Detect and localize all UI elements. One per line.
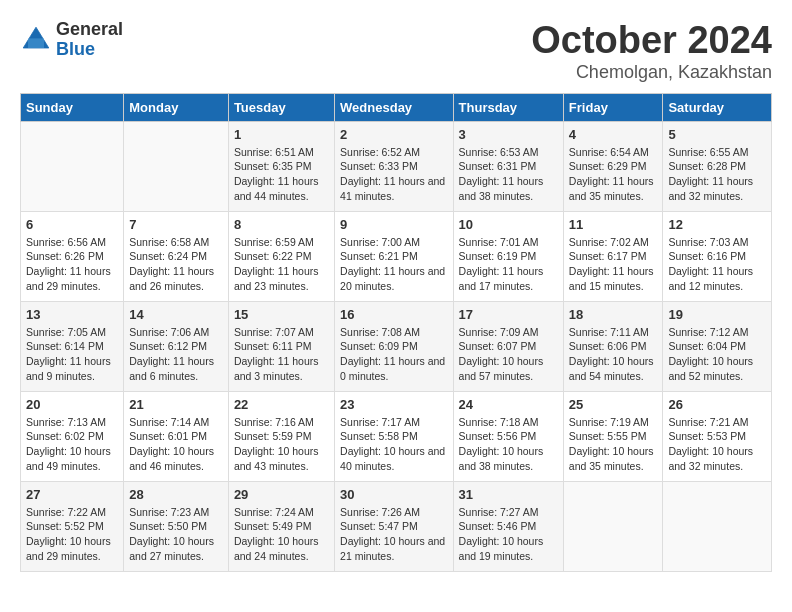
- day-info: Sunrise: 7:17 AMSunset: 5:58 PMDaylight:…: [340, 415, 447, 474]
- day-info: Sunrise: 7:14 AMSunset: 6:01 PMDaylight:…: [129, 415, 223, 474]
- day-cell: 10Sunrise: 7:01 AMSunset: 6:19 PMDayligh…: [453, 211, 563, 301]
- day-number: 8: [234, 217, 329, 232]
- day-info: Sunrise: 7:19 AMSunset: 5:55 PMDaylight:…: [569, 415, 658, 474]
- day-number: 20: [26, 397, 118, 412]
- day-cell: 12Sunrise: 7:03 AMSunset: 6:16 PMDayligh…: [663, 211, 772, 301]
- day-number: 2: [340, 127, 447, 142]
- day-info: Sunrise: 6:52 AMSunset: 6:33 PMDaylight:…: [340, 145, 447, 204]
- day-cell: 3Sunrise: 6:53 AMSunset: 6:31 PMDaylight…: [453, 121, 563, 211]
- logo-text: General Blue: [56, 20, 123, 60]
- calendar-table: SundayMondayTuesdayWednesdayThursdayFrid…: [20, 93, 772, 572]
- day-cell: [663, 481, 772, 571]
- day-info: Sunrise: 7:06 AMSunset: 6:12 PMDaylight:…: [129, 325, 223, 384]
- day-cell: 4Sunrise: 6:54 AMSunset: 6:29 PMDaylight…: [563, 121, 663, 211]
- day-cell: 22Sunrise: 7:16 AMSunset: 5:59 PMDayligh…: [228, 391, 334, 481]
- day-info: Sunrise: 7:27 AMSunset: 5:46 PMDaylight:…: [459, 505, 558, 564]
- logo: General Blue: [20, 20, 123, 60]
- week-row-2: 6Sunrise: 6:56 AMSunset: 6:26 PMDaylight…: [21, 211, 772, 301]
- day-info: Sunrise: 7:00 AMSunset: 6:21 PMDaylight:…: [340, 235, 447, 294]
- day-info: Sunrise: 7:03 AMSunset: 6:16 PMDaylight:…: [668, 235, 766, 294]
- day-info: Sunrise: 6:54 AMSunset: 6:29 PMDaylight:…: [569, 145, 658, 204]
- day-number: 6: [26, 217, 118, 232]
- day-number: 19: [668, 307, 766, 322]
- header-day-thursday: Thursday: [453, 93, 563, 121]
- location: Chemolgan, Kazakhstan: [531, 62, 772, 83]
- day-cell: 13Sunrise: 7:05 AMSunset: 6:14 PMDayligh…: [21, 301, 124, 391]
- day-cell: 2Sunrise: 6:52 AMSunset: 6:33 PMDaylight…: [335, 121, 453, 211]
- day-info: Sunrise: 7:07 AMSunset: 6:11 PMDaylight:…: [234, 325, 329, 384]
- day-info: Sunrise: 7:24 AMSunset: 5:49 PMDaylight:…: [234, 505, 329, 564]
- header-day-tuesday: Tuesday: [228, 93, 334, 121]
- day-number: 29: [234, 487, 329, 502]
- day-number: 21: [129, 397, 223, 412]
- page-header: General Blue October 2024 Chemolgan, Kaz…: [20, 20, 772, 83]
- day-number: 17: [459, 307, 558, 322]
- day-cell: 28Sunrise: 7:23 AMSunset: 5:50 PMDayligh…: [124, 481, 229, 571]
- day-number: 25: [569, 397, 658, 412]
- day-cell: [21, 121, 124, 211]
- calendar-body: 1Sunrise: 6:51 AMSunset: 6:35 PMDaylight…: [21, 121, 772, 571]
- day-cell: 9Sunrise: 7:00 AMSunset: 6:21 PMDaylight…: [335, 211, 453, 301]
- title-block: October 2024 Chemolgan, Kazakhstan: [531, 20, 772, 83]
- month-title: October 2024: [531, 20, 772, 62]
- day-info: Sunrise: 7:01 AMSunset: 6:19 PMDaylight:…: [459, 235, 558, 294]
- day-cell: 27Sunrise: 7:22 AMSunset: 5:52 PMDayligh…: [21, 481, 124, 571]
- day-cell: 31Sunrise: 7:27 AMSunset: 5:46 PMDayligh…: [453, 481, 563, 571]
- day-info: Sunrise: 6:53 AMSunset: 6:31 PMDaylight:…: [459, 145, 558, 204]
- day-info: Sunrise: 7:12 AMSunset: 6:04 PMDaylight:…: [668, 325, 766, 384]
- day-info: Sunrise: 7:22 AMSunset: 5:52 PMDaylight:…: [26, 505, 118, 564]
- header-day-sunday: Sunday: [21, 93, 124, 121]
- day-info: Sunrise: 6:51 AMSunset: 6:35 PMDaylight:…: [234, 145, 329, 204]
- day-cell: 1Sunrise: 6:51 AMSunset: 6:35 PMDaylight…: [228, 121, 334, 211]
- day-number: 24: [459, 397, 558, 412]
- day-cell: 29Sunrise: 7:24 AMSunset: 5:49 PMDayligh…: [228, 481, 334, 571]
- day-number: 12: [668, 217, 766, 232]
- header-day-friday: Friday: [563, 93, 663, 121]
- day-cell: 30Sunrise: 7:26 AMSunset: 5:47 PMDayligh…: [335, 481, 453, 571]
- day-info: Sunrise: 6:56 AMSunset: 6:26 PMDaylight:…: [26, 235, 118, 294]
- day-number: 22: [234, 397, 329, 412]
- day-cell: [563, 481, 663, 571]
- day-number: 26: [668, 397, 766, 412]
- day-number: 7: [129, 217, 223, 232]
- day-number: 11: [569, 217, 658, 232]
- day-cell: 6Sunrise: 6:56 AMSunset: 6:26 PMDaylight…: [21, 211, 124, 301]
- day-cell: 5Sunrise: 6:55 AMSunset: 6:28 PMDaylight…: [663, 121, 772, 211]
- day-info: Sunrise: 7:13 AMSunset: 6:02 PMDaylight:…: [26, 415, 118, 474]
- logo-icon: [20, 24, 52, 56]
- day-cell: 24Sunrise: 7:18 AMSunset: 5:56 PMDayligh…: [453, 391, 563, 481]
- day-number: 16: [340, 307, 447, 322]
- day-number: 4: [569, 127, 658, 142]
- day-info: Sunrise: 7:08 AMSunset: 6:09 PMDaylight:…: [340, 325, 447, 384]
- day-number: 1: [234, 127, 329, 142]
- day-number: 10: [459, 217, 558, 232]
- day-cell: [124, 121, 229, 211]
- day-info: Sunrise: 7:26 AMSunset: 5:47 PMDaylight:…: [340, 505, 447, 564]
- day-number: 27: [26, 487, 118, 502]
- day-number: 23: [340, 397, 447, 412]
- day-number: 15: [234, 307, 329, 322]
- day-cell: 23Sunrise: 7:17 AMSunset: 5:58 PMDayligh…: [335, 391, 453, 481]
- logo-blue-text: Blue: [56, 40, 123, 60]
- day-number: 9: [340, 217, 447, 232]
- day-number: 18: [569, 307, 658, 322]
- day-cell: 20Sunrise: 7:13 AMSunset: 6:02 PMDayligh…: [21, 391, 124, 481]
- logo-general-text: General: [56, 20, 123, 40]
- day-cell: 7Sunrise: 6:58 AMSunset: 6:24 PMDaylight…: [124, 211, 229, 301]
- calendar-header: SundayMondayTuesdayWednesdayThursdayFrid…: [21, 93, 772, 121]
- day-number: 30: [340, 487, 447, 502]
- day-info: Sunrise: 7:18 AMSunset: 5:56 PMDaylight:…: [459, 415, 558, 474]
- svg-rect-2: [28, 38, 44, 48]
- header-row: SundayMondayTuesdayWednesdayThursdayFrid…: [21, 93, 772, 121]
- day-info: Sunrise: 7:21 AMSunset: 5:53 PMDaylight:…: [668, 415, 766, 474]
- day-cell: 21Sunrise: 7:14 AMSunset: 6:01 PMDayligh…: [124, 391, 229, 481]
- day-cell: 25Sunrise: 7:19 AMSunset: 5:55 PMDayligh…: [563, 391, 663, 481]
- header-day-wednesday: Wednesday: [335, 93, 453, 121]
- header-day-monday: Monday: [124, 93, 229, 121]
- week-row-5: 27Sunrise: 7:22 AMSunset: 5:52 PMDayligh…: [21, 481, 772, 571]
- day-info: Sunrise: 7:23 AMSunset: 5:50 PMDaylight:…: [129, 505, 223, 564]
- day-info: Sunrise: 7:05 AMSunset: 6:14 PMDaylight:…: [26, 325, 118, 384]
- day-info: Sunrise: 7:09 AMSunset: 6:07 PMDaylight:…: [459, 325, 558, 384]
- day-cell: 16Sunrise: 7:08 AMSunset: 6:09 PMDayligh…: [335, 301, 453, 391]
- day-cell: 15Sunrise: 7:07 AMSunset: 6:11 PMDayligh…: [228, 301, 334, 391]
